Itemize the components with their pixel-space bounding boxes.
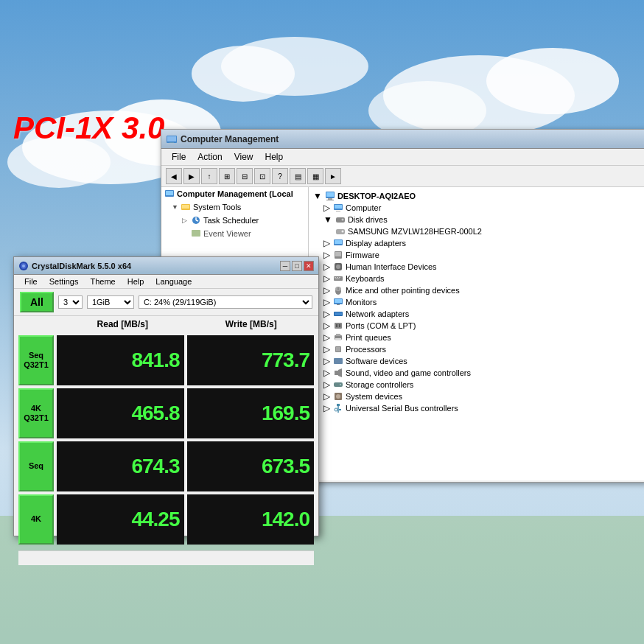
svg-rect-24 [326,200,334,200]
svg-rect-47 [335,299,342,303]
dt-sound[interactable]: ▷ Sound, video and game controllers [312,367,643,379]
cm-menu-view[interactable]: View [228,150,259,164]
dt-ports[interactable]: ▷ Ports (COM & LPT) [312,320,643,332]
svg-rect-60 [335,371,338,375]
cdm-minimize-btn[interactable]: ─ [280,261,290,271]
cdm-menu-settings[interactable]: Settings [43,276,85,287]
dt-mice[interactable]: ▷ Mice and other pointing devices [312,284,643,296]
svg-rect-41 [339,277,340,278]
svg-rect-39 [335,277,336,278]
computer-icon [333,203,343,213]
dt-sysdevices[interactable]: ▷ System devices [312,391,643,402]
cdm-close-btn[interactable]: ✕ [304,261,314,271]
dt-diskdrives[interactable]: ▼ Disk drives [312,214,643,225]
cdm-menu-help[interactable]: Help [122,276,150,287]
cdm-seq-btn[interactable]: Seq [18,441,54,491]
cdm-runs-select[interactable]: 3 1 5 [58,295,83,309]
cdm-4k-btn[interactable]: 4K [18,494,54,545]
dt-print[interactable]: ▷ Print queues [312,332,643,343]
cdm-menu-language[interactable]: Language [150,276,197,287]
cdm-menu-file[interactable]: File [18,276,43,287]
cm-btn5[interactable]: ⊡ [254,168,270,184]
processors-icon [333,344,343,354]
diskdrives-icon [335,214,346,225]
cdm-drive-select[interactable]: C: 24% (29/119GiB) [139,295,312,309]
cm-btn9[interactable]: ► [325,168,341,184]
svg-point-37 [336,265,340,269]
svg-rect-51 [335,323,342,329]
cm-btn8[interactable]: ▦ [307,168,323,184]
keyboards-icon [333,273,343,284]
cm-left-systemtools[interactable]: ▼ System Tools [161,200,308,214]
svg-rect-16 [182,205,189,209]
svg-point-29 [341,219,343,221]
cm-titlebar-icon [166,133,178,145]
dt-processors[interactable]: ▷ Processors [312,343,643,355]
cdm-maximize-btn[interactable]: □ [292,261,302,271]
svg-point-9 [192,46,295,102]
dt-firmware[interactable]: ▷ Firmware [312,249,643,261]
svg-rect-55 [336,334,340,336]
cdm-write-4k-q32t1: 169.5 [187,388,315,438]
cdm-write-header: Write [MB/s] [189,318,315,331]
svg-rect-56 [335,338,341,340]
dt-root[interactable]: ▼ DESKTOP-AQI2AEO [312,190,643,202]
svg-rect-48 [337,304,340,305]
cm-menu-file[interactable]: File [166,150,192,164]
dt-display[interactable]: ▷ Display adapters [312,237,643,249]
usb-icon [333,403,343,413]
cdm-size-select[interactable]: 1GiB 512MiB 4GiB [87,295,134,309]
cm-left-root[interactable]: Computer Management (Local [161,187,308,200]
cdm-4k-q32t1-btn[interactable]: 4KQ32T1 [18,388,54,438]
cdm-controls: All 3 1 5 1GiB 512MiB 4GiB C: 24% (29/11… [14,289,318,316]
cdm-read-header: Read [MB/s] [60,318,186,331]
svg-point-6 [486,48,619,114]
svg-rect-52 [336,324,337,327]
cm-btn7[interactable]: ▤ [290,168,306,184]
crystaldiskmark-window: CrystalDiskMark 5.5.0 x64 ─ □ ✕ File Set… [13,256,319,536]
cm-help-btn[interactable]: ? [272,168,288,184]
dt-hid[interactable]: ▷ Human Interface Devices [312,261,643,273]
network-icon [333,309,343,319]
cm-btn4[interactable]: ⊟ [237,168,253,184]
cm-left-taskscheduler[interactable]: ▷ Task Scheduler [161,214,308,227]
dt-network[interactable]: ▷ Network adapters [312,308,643,320]
sysdevices-icon [333,391,343,402]
dt-software[interactable]: ▷ Software devices [312,355,643,367]
dt-usb[interactable]: ▷ Universal Serial Bus controllers [312,402,643,414]
cm-toolbar: ◀ ▶ ↑ ⊞ ⊟ ⊡ ? ▤ ▦ ► [161,166,644,187]
cm-forward-btn[interactable]: ▶ [183,168,200,184]
cm-root-icon [164,189,175,199]
cdm-menubar: File Settings Theme Help Language [14,275,318,289]
cdm-seq-q32t1-btn[interactable]: SeqQ32T1 [18,335,54,385]
mice-icon [333,285,343,295]
svg-rect-33 [335,240,342,244]
cm-menu-help[interactable]: Help [259,150,290,164]
hid-icon [333,262,343,272]
dt-samsung[interactable]: SAMSUNG MZVLW128HEGR-000L2 [312,225,643,237]
cdm-titlebar: CrystalDiskMark 5.5.0 x64 ─ □ ✕ [14,257,318,275]
cdm-all-button[interactable]: All [20,292,54,312]
cm-btn3[interactable]: ⊞ [219,168,235,184]
monitors-icon [333,297,343,307]
dt-monitors[interactable]: ▷ Monitors [312,296,643,308]
dt-computer[interactable]: ▷ Computer [312,202,643,214]
software-icon [333,356,343,366]
cm-up-btn[interactable]: ↑ [201,168,217,184]
svg-rect-35 [335,252,341,256]
taskscheduler-icon [191,215,201,225]
samsung-drive-icon [335,226,346,237]
cm-left-eventviewer[interactable]: ▷ Event Viewer [161,227,308,240]
svg-point-72 [22,265,25,267]
dt-storage[interactable]: ▷ Storage controllers [312,379,643,391]
svg-rect-12 [169,142,174,143]
sound-icon [333,368,343,378]
cm-back-btn[interactable]: ◀ [166,168,182,184]
svg-rect-40 [337,277,338,278]
eventviewer-icon [191,228,201,239]
cdm-write-seq-q32t1: 773.7 [187,335,315,385]
cdm-menu-theme[interactable]: Theme [84,276,121,287]
cm-menu-action[interactable]: Action [192,150,228,164]
dt-keyboards[interactable]: ▷ Keyboards [312,273,643,284]
cdm-row-labels: SeqQ32T1 4KQ32T1 Seq 4K [18,335,54,547]
